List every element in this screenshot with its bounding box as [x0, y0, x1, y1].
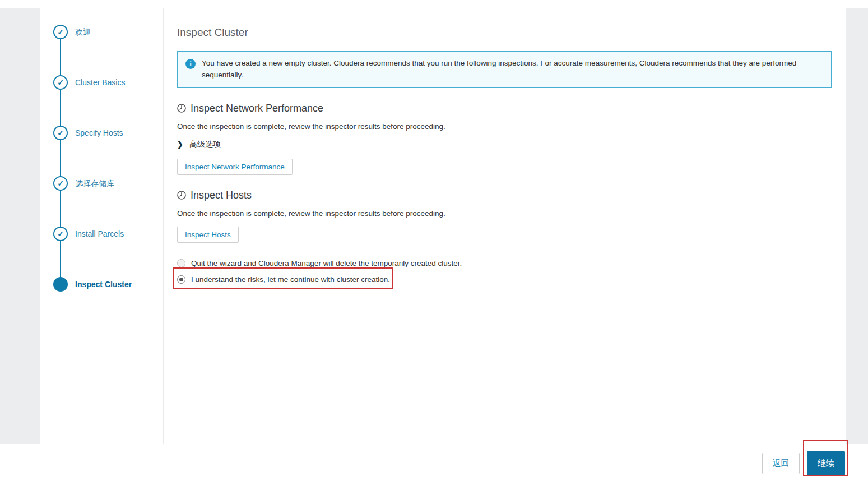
info-banner: i You have created a new empty cluster. … — [177, 51, 832, 88]
step-label: 选择存储库 — [75, 176, 114, 191]
sidebar-step-welcome: ✓ 欢迎 — [40, 25, 163, 75]
step-label: Cluster Basics — [75, 75, 125, 90]
section-description: Once the inspection is complete, review … — [177, 209, 832, 218]
step-connector-line — [60, 32, 61, 284]
wizard-sidebar: ✓ 欢迎 ✓ Cluster Basics ✓ Specify Hosts ✓ … — [40, 8, 164, 444]
back-button[interactable]: 返回 — [762, 453, 800, 474]
clock-icon — [177, 191, 186, 200]
radio-option-label: I understand the risks, let me continue … — [191, 275, 390, 284]
step-check-icon: ✓ — [53, 227, 68, 241]
step-check-icon: ✓ — [53, 126, 68, 140]
sidebar-step-inspect-cluster: Inspect Cluster — [40, 277, 163, 327]
inspect-network-performance-button[interactable]: Inspect Network Performance — [177, 159, 293, 175]
sidebar-step-install-parcels: ✓ Install Parcels — [40, 227, 163, 277]
step-label: Inspect Cluster — [75, 277, 132, 292]
info-banner-text: You have created a new empty cluster. Cl… — [202, 58, 823, 81]
radio-option-quit-wizard[interactable]: Quit the wizard and Cloudera Manager wil… — [177, 259, 462, 267]
continue-button[interactable]: 继续 — [807, 451, 845, 476]
radio-option-label: Quit the wizard and Cloudera Manager wil… — [191, 259, 462, 267]
cluster-decision-radio-group: Quit the wizard and Cloudera Manager wil… — [177, 259, 832, 284]
sidebar-step-specify-hosts: ✓ Specify Hosts — [40, 126, 163, 176]
step-check-icon: ✓ — [53, 176, 68, 191]
step-label: 欢迎 — [75, 25, 91, 39]
advanced-options-label: 高级选项 — [189, 140, 221, 150]
step-current-dot — [53, 277, 68, 292]
step-label: Specify Hosts — [75, 126, 123, 140]
step-check-icon: ✓ — [53, 25, 68, 39]
advanced-options-toggle[interactable]: ❯ 高级选项 — [177, 140, 221, 150]
sidebar-step-select-repository: ✓ 选择存储库 — [40, 176, 163, 227]
wizard-card: ✓ 欢迎 ✓ Cluster Basics ✓ Specify Hosts ✓ … — [40, 8, 846, 444]
step-label: Install Parcels — [75, 227, 124, 241]
section-heading-hosts: Inspect Hosts — [177, 190, 832, 201]
info-icon: i — [185, 59, 196, 69]
radio-button-icon[interactable] — [177, 259, 185, 267]
top-strip — [0, 0, 868, 8]
main-content: Inspect Cluster i You have created a new… — [164, 8, 846, 444]
sidebar-step-cluster-basics: ✓ Cluster Basics — [40, 75, 163, 126]
footer-action-bar: 返回 继续 — [0, 444, 868, 480]
clock-icon — [177, 104, 186, 113]
section-heading-text: Inspect Network Performance — [191, 103, 323, 114]
radio-option-continue-creation[interactable]: I understand the risks, let me continue … — [177, 275, 390, 284]
section-heading-text: Inspect Hosts — [191, 190, 252, 201]
section-heading-network: Inspect Network Performance — [177, 103, 832, 114]
step-check-icon: ✓ — [53, 75, 68, 90]
radio-button-selected-icon[interactable] — [177, 275, 185, 284]
page-title: Inspect Cluster — [177, 26, 832, 39]
section-description: Once the inspection is complete, review … — [177, 122, 832, 131]
chevron-right-icon: ❯ — [177, 141, 183, 148]
inspect-hosts-button[interactable]: Inspect Hosts — [177, 227, 239, 243]
